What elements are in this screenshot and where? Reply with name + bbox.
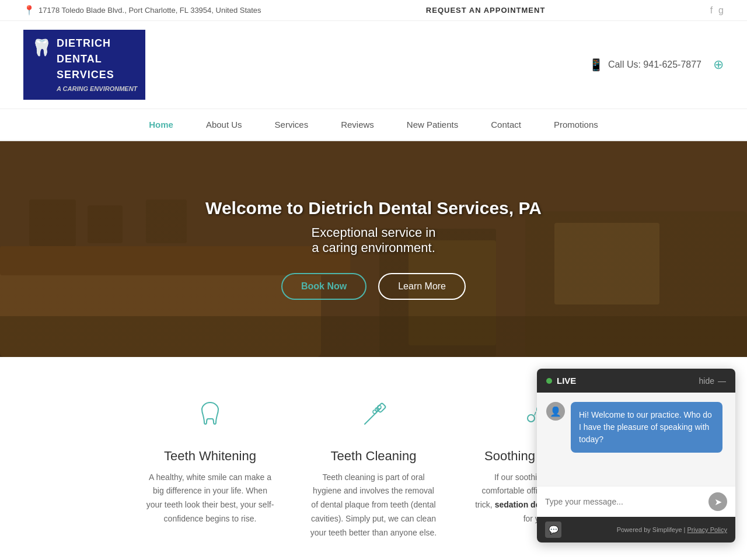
appointment-cta[interactable]: REQUEST AN APPOINTMENT — [426, 6, 546, 15]
chat-hide-button[interactable]: hide — — [699, 376, 726, 386]
nav-promotions[interactable]: Promotions — [537, 109, 615, 140]
logo-area: 🦷 Dietrich Dental Services A Caring Envi… — [23, 30, 145, 100]
live-indicator: LIVE — [546, 376, 576, 386]
service-card-whitening: Teeth Whitening A healthy, white smile c… — [128, 386, 292, 552]
chat-body: 👤 Hi! Welcome to our practice. Who do I … — [537, 393, 735, 486]
privacy-policy-link[interactable]: Privacy Policy — [687, 526, 727, 533]
location-icon: 📍 — [23, 5, 35, 16]
svg-rect-10 — [0, 316, 747, 357]
nav-reviews[interactable]: Reviews — [324, 109, 390, 140]
chat-footer-text: Powered by Simplifeye | Privacy Policy — [617, 526, 727, 533]
svg-rect-5 — [146, 200, 187, 243]
live-label: LIVE — [557, 376, 576, 386]
address-area: 📍 17178 Toledo Blade Blvd., Port Charlot… — [23, 5, 261, 16]
toothbrush-icon — [309, 398, 438, 440]
google-icon[interactable]: g — [718, 5, 724, 16]
svg-line-19 — [535, 412, 536, 415]
hero-title: Welcome to Dietrich Dental Services, PA — [205, 198, 542, 218]
social-links: f g — [710, 5, 724, 16]
learn-more-button[interactable]: Learn More — [378, 273, 466, 300]
nav-home[interactable]: Home — [132, 109, 190, 140]
svg-rect-9 — [554, 223, 659, 304]
service-title-cleaning: Teeth Cleaning — [309, 449, 438, 464]
search-icon[interactable]: ⊕ — [713, 57, 724, 72]
service-desc-cleaning: Teeth cleaning is part of oral hygiene a… — [309, 471, 438, 540]
svg-point-15 — [373, 410, 376, 414]
chat-message-row: 👤 Hi! Welcome to our practice. Who do I … — [546, 402, 726, 453]
main-nav: Home About Us Services Reviews New Patie… — [0, 109, 747, 141]
hero-subtitle: Exceptional service in a caring environm… — [205, 225, 542, 256]
service-card-cleaning: Teeth Cleaning Teeth cleaning is part of… — [292, 386, 455, 552]
chat-avatar: 👤 — [546, 402, 565, 421]
simplifeye-icon: 💬 — [545, 522, 561, 538]
hero-content: Welcome to Dietrich Dental Services, PA … — [205, 198, 542, 300]
phone-label: Call Us: 941-625-7877 — [608, 60, 701, 70]
service-desc-whitening: A healthy, white smile can make a big di… — [146, 471, 274, 526]
facebook-icon[interactable]: f — [710, 5, 713, 16]
chat-input[interactable] — [545, 497, 704, 506]
nav-new-patients[interactable]: New Patients — [390, 109, 474, 140]
header: 🦷 Dietrich Dental Services A Caring Envi… — [0, 21, 747, 109]
top-bar: 📍 17178 Toledo Blade Blvd., Port Charlot… — [0, 0, 747, 21]
svg-point-17 — [528, 415, 535, 422]
chat-send-button[interactable]: ➤ — [708, 492, 727, 511]
chat-bubble: Hi! Welcome to our practice. Who do I ha… — [571, 402, 722, 453]
phone-icon: 📱 — [589, 58, 603, 72]
chat-widget: LIVE hide — 👤 Hi! Welcome to our practic… — [537, 369, 735, 542]
chat-input-area: ➤ — [537, 486, 735, 517]
address-text: 17178 Toledo Blade Blvd., Port Charlotte… — [39, 6, 261, 15]
nav-services[interactable]: Services — [259, 109, 325, 140]
phone-area: 📱 Call Us: 941-625-7877 — [589, 58, 701, 72]
book-now-button[interactable]: Book Now — [281, 273, 366, 300]
logo-tagline: A Caring Environment — [57, 84, 137, 94]
logo-title: Dietrich Dental Services — [57, 36, 137, 83]
live-dot — [546, 378, 552, 384]
svg-rect-3 — [29, 200, 76, 246]
tooth-whitening-icon — [146, 398, 274, 440]
header-right: 📱 Call Us: 941-625-7877 ⊕ — [589, 57, 724, 72]
logo: 🦷 Dietrich Dental Services A Caring Envi… — [23, 30, 145, 100]
chat-footer: 💬 Powered by Simplifeye | Privacy Policy — [537, 517, 735, 542]
hero-buttons: Book Now Learn More — [205, 273, 542, 300]
hero-section: Welcome to Dietrich Dental Services, PA … — [0, 141, 747, 357]
nav-contact[interactable]: Contact — [474, 109, 537, 140]
chat-header: LIVE hide — — [537, 369, 735, 393]
nav-about[interactable]: About Us — [190, 109, 259, 140]
svg-rect-4 — [88, 205, 123, 243]
service-title-whitening: Teeth Whitening — [146, 449, 274, 464]
